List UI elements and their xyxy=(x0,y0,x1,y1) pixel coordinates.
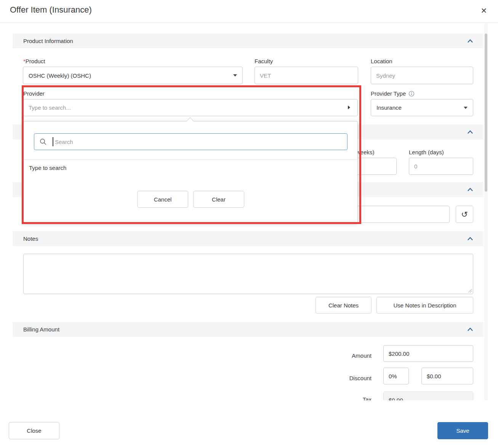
provider-type-label: Provider Type xyxy=(371,90,415,97)
popup-search-input[interactable] xyxy=(34,133,347,150)
notes-textarea[interactable] xyxy=(23,254,473,294)
collapse-chevron-icon[interactable] xyxy=(467,235,474,242)
refresh-icon: ↺ xyxy=(461,210,468,218)
amount-label: Amount xyxy=(316,352,371,359)
header-divider xyxy=(0,22,498,23)
save-button[interactable]: Save xyxy=(437,422,488,439)
discount-label: Discount xyxy=(316,375,371,381)
text-cursor xyxy=(53,137,53,146)
dropdown-caret-icon xyxy=(233,74,237,77)
collapse-chevron-icon[interactable] xyxy=(467,186,474,193)
cancel-button[interactable]: Cancel xyxy=(137,191,188,208)
section-title: Notes xyxy=(23,235,38,242)
page-title: Offer Item (Insurance) xyxy=(10,5,92,15)
info-icon[interactable] xyxy=(408,91,415,97)
clear-notes-button[interactable]: Clear Notes xyxy=(315,297,371,314)
use-notes-button[interactable]: Use Notes in Description xyxy=(376,297,473,314)
collapse-chevron-icon[interactable] xyxy=(467,129,474,136)
section-title: Product Information xyxy=(23,38,73,44)
product-info-section-bar[interactable]: Product Information xyxy=(13,34,484,48)
provider-search-input[interactable] xyxy=(23,99,358,116)
clear-button[interactable]: Clear xyxy=(193,191,244,208)
discount-amount-input[interactable] xyxy=(421,368,473,384)
location-label: Location xyxy=(371,58,392,64)
collapse-chevron-icon[interactable] xyxy=(467,326,474,333)
collapse-chevron-icon[interactable] xyxy=(467,38,474,45)
scrollbar-thumb[interactable] xyxy=(485,34,487,192)
search-icon xyxy=(39,138,47,146)
faculty-label: Faculty xyxy=(255,58,273,64)
refresh-button[interactable]: ↺ xyxy=(456,206,473,223)
faculty-input xyxy=(255,67,358,84)
section-title: Billing Amount xyxy=(23,326,59,333)
popup-search-field xyxy=(34,133,347,150)
content-clip xyxy=(0,400,498,422)
discount-percent-input[interactable] xyxy=(383,368,409,384)
popup-divider xyxy=(24,159,357,160)
offer-item-modal: Offer Item (Insurance) ✕ Product Informa… xyxy=(0,0,498,448)
provider-type-select[interactable]: Insurance xyxy=(371,99,473,116)
length-days-label: Length (days) xyxy=(409,149,444,155)
notes-section-bar[interactable]: Notes xyxy=(13,231,484,246)
resize-handle-icon[interactable] xyxy=(468,289,472,293)
close-button[interactable]: Close xyxy=(9,422,59,439)
amount-input[interactable] xyxy=(383,345,473,362)
location-input xyxy=(371,67,473,84)
popup-notch xyxy=(186,117,194,125)
provider-search-popup: Type to search Cancel Clear xyxy=(23,121,358,223)
provider-label: Provider xyxy=(23,90,45,97)
expand-arrow-icon[interactable] xyxy=(348,106,350,109)
product-select[interactable]: OSHC (Weekly) (OSHC) xyxy=(23,67,243,84)
product-label: *Product xyxy=(23,58,45,64)
close-icon[interactable]: ✕ xyxy=(477,4,491,18)
length-days-input[interactable] xyxy=(409,158,473,175)
dropdown-caret-icon xyxy=(464,107,468,109)
popup-empty-text: Type to search xyxy=(29,165,66,171)
billing-section-bar[interactable]: Billing Amount xyxy=(13,322,484,337)
